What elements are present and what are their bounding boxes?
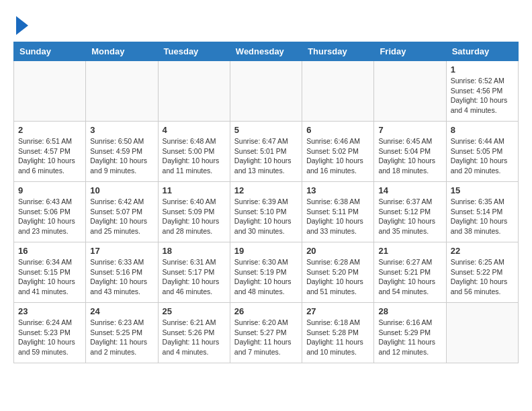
day-info: Sunrise: 6:23 AM Sunset: 5:25 PM Dayligh… [90, 318, 153, 357]
calendar-cell: 18Sunrise: 6:31 AM Sunset: 5:17 PM Dayli… [158, 242, 230, 303]
calendar-cell: 11Sunrise: 6:40 AM Sunset: 5:09 PM Dayli… [158, 182, 230, 242]
calendar-cell: 13Sunrise: 6:38 AM Sunset: 5:11 PM Dayli… [302, 182, 374, 242]
calendar-cell: 17Sunrise: 6:33 AM Sunset: 5:16 PM Dayli… [86, 242, 158, 303]
day-number: 7 [378, 125, 441, 135]
day-info: Sunrise: 6:31 AM Sunset: 5:17 PM Dayligh… [163, 257, 226, 297]
day-info: Sunrise: 6:40 AM Sunset: 5:09 PM Dayligh… [163, 197, 226, 236]
day-info: Sunrise: 6:37 AM Sunset: 5:12 PM Dayligh… [378, 197, 441, 236]
day-info: Sunrise: 6:48 AM Sunset: 5:00 PM Dayligh… [163, 136, 226, 176]
calendar-cell [14, 61, 86, 122]
day-info: Sunrise: 6:45 AM Sunset: 5:04 PM Dayligh… [378, 136, 441, 176]
day-info: Sunrise: 6:51 AM Sunset: 4:57 PM Dayligh… [18, 136, 81, 176]
day-number: 24 [90, 306, 153, 316]
calendar-cell [374, 61, 446, 122]
weekday-header: Saturday [446, 42, 518, 61]
day-number: 8 [451, 125, 514, 135]
day-info: Sunrise: 6:47 AM Sunset: 5:01 PM Dayligh… [234, 136, 298, 176]
calendar-cell: 26Sunrise: 6:20 AM Sunset: 5:27 PM Dayli… [230, 303, 302, 363]
calendar-week-row: 16Sunrise: 6:34 AM Sunset: 5:15 PM Dayli… [14, 242, 519, 303]
day-number: 16 [18, 246, 81, 256]
day-number: 1 [451, 64, 514, 75]
day-info: Sunrise: 6:25 AM Sunset: 5:22 PM Dayligh… [451, 257, 514, 297]
day-info: Sunrise: 6:39 AM Sunset: 5:10 PM Dayligh… [234, 197, 298, 236]
day-number: 4 [163, 125, 226, 135]
day-number: 25 [163, 306, 226, 316]
calendar-week-row: 23Sunrise: 6:24 AM Sunset: 5:23 PM Dayli… [14, 303, 519, 363]
day-info: Sunrise: 6:27 AM Sunset: 5:21 PM Dayligh… [378, 257, 441, 297]
day-number: 23 [18, 306, 81, 316]
day-number: 22 [451, 246, 514, 256]
calendar-cell: 7Sunrise: 6:45 AM Sunset: 5:04 PM Daylig… [374, 122, 446, 182]
weekday-header: Thursday [302, 42, 374, 61]
calendar-cell [158, 61, 230, 122]
calendar-cell: 16Sunrise: 6:34 AM Sunset: 5:15 PM Dayli… [14, 242, 86, 303]
day-number: 17 [90, 246, 153, 256]
weekday-header: Wednesday [230, 42, 302, 61]
logo-arrow-icon [16, 16, 28, 35]
weekday-header: Tuesday [158, 42, 230, 61]
day-number: 6 [306, 125, 369, 135]
day-info: Sunrise: 6:21 AM Sunset: 5:26 PM Dayligh… [163, 318, 226, 357]
day-number: 14 [378, 185, 441, 195]
day-info: Sunrise: 6:50 AM Sunset: 4:59 PM Dayligh… [90, 136, 153, 176]
day-info: Sunrise: 6:18 AM Sunset: 5:28 PM Dayligh… [306, 318, 369, 357]
calendar-week-row: 1Sunrise: 6:52 AM Sunset: 4:56 PM Daylig… [14, 61, 519, 122]
day-info: Sunrise: 6:43 AM Sunset: 5:06 PM Dayligh… [18, 197, 81, 236]
day-info: Sunrise: 6:33 AM Sunset: 5:16 PM Dayligh… [90, 257, 153, 297]
calendar-cell: 3Sunrise: 6:50 AM Sunset: 4:59 PM Daylig… [86, 122, 158, 182]
calendar-cell: 6Sunrise: 6:46 AM Sunset: 5:02 PM Daylig… [302, 122, 374, 182]
logo [13, 13, 28, 35]
calendar-cell: 9Sunrise: 6:43 AM Sunset: 5:06 PM Daylig… [14, 182, 86, 242]
calendar-cell: 23Sunrise: 6:24 AM Sunset: 5:23 PM Dayli… [14, 303, 86, 363]
day-number: 27 [306, 306, 369, 316]
day-info: Sunrise: 6:38 AM Sunset: 5:11 PM Dayligh… [306, 197, 369, 236]
day-info: Sunrise: 6:20 AM Sunset: 5:27 PM Dayligh… [234, 318, 298, 357]
day-number: 15 [451, 185, 514, 195]
day-info: Sunrise: 6:35 AM Sunset: 5:14 PM Dayligh… [451, 197, 514, 236]
calendar-cell: 5Sunrise: 6:47 AM Sunset: 5:01 PM Daylig… [230, 122, 302, 182]
calendar-cell: 21Sunrise: 6:27 AM Sunset: 5:21 PM Dayli… [374, 242, 446, 303]
calendar-cell [446, 303, 518, 363]
calendar-cell: 12Sunrise: 6:39 AM Sunset: 5:10 PM Dayli… [230, 182, 302, 242]
calendar-cell: 20Sunrise: 6:28 AM Sunset: 5:20 PM Dayli… [302, 242, 374, 303]
day-info: Sunrise: 6:46 AM Sunset: 5:02 PM Dayligh… [306, 136, 369, 176]
calendar-cell: 1Sunrise: 6:52 AM Sunset: 4:56 PM Daylig… [446, 61, 518, 122]
day-info: Sunrise: 6:34 AM Sunset: 5:15 PM Dayligh… [18, 257, 81, 297]
day-info: Sunrise: 6:16 AM Sunset: 5:29 PM Dayligh… [378, 318, 441, 357]
day-info: Sunrise: 6:30 AM Sunset: 5:19 PM Dayligh… [234, 257, 298, 297]
day-info: Sunrise: 6:44 AM Sunset: 5:05 PM Dayligh… [451, 136, 514, 176]
calendar-cell: 28Sunrise: 6:16 AM Sunset: 5:29 PM Dayli… [374, 303, 446, 363]
calendar-header-row: SundayMondayTuesdayWednesdayThursdayFrid… [14, 42, 519, 61]
day-info: Sunrise: 6:28 AM Sunset: 5:20 PM Dayligh… [306, 257, 369, 297]
calendar-week-row: 9Sunrise: 6:43 AM Sunset: 5:06 PM Daylig… [14, 182, 519, 242]
calendar-cell: 22Sunrise: 6:25 AM Sunset: 5:22 PM Dayli… [446, 242, 518, 303]
calendar-week-row: 2Sunrise: 6:51 AM Sunset: 4:57 PM Daylig… [14, 122, 519, 182]
calendar-table: SundayMondayTuesdayWednesdayThursdayFrid… [13, 42, 519, 363]
day-number: 19 [234, 246, 298, 256]
calendar-cell [302, 61, 374, 122]
calendar-cell: 14Sunrise: 6:37 AM Sunset: 5:12 PM Dayli… [374, 182, 446, 242]
day-number: 10 [90, 185, 153, 195]
day-number: 2 [18, 125, 81, 135]
calendar-cell [230, 61, 302, 122]
day-number: 11 [163, 185, 226, 195]
calendar-cell: 4Sunrise: 6:48 AM Sunset: 5:00 PM Daylig… [158, 122, 230, 182]
day-number: 13 [306, 185, 369, 195]
calendar-cell [86, 61, 158, 122]
day-number: 20 [306, 246, 369, 256]
day-info: Sunrise: 6:52 AM Sunset: 4:56 PM Dayligh… [451, 76, 514, 116]
day-number: 12 [234, 185, 298, 195]
calendar-cell: 8Sunrise: 6:44 AM Sunset: 5:05 PM Daylig… [446, 122, 518, 182]
calendar-cell: 19Sunrise: 6:30 AM Sunset: 5:19 PM Dayli… [230, 242, 302, 303]
calendar-cell: 25Sunrise: 6:21 AM Sunset: 5:26 PM Dayli… [158, 303, 230, 363]
calendar-cell: 2Sunrise: 6:51 AM Sunset: 4:57 PM Daylig… [14, 122, 86, 182]
weekday-header: Monday [86, 42, 158, 61]
page-header [13, 13, 519, 35]
calendar-cell: 10Sunrise: 6:42 AM Sunset: 5:07 PM Dayli… [86, 182, 158, 242]
day-number: 9 [18, 185, 81, 195]
day-number: 3 [90, 125, 153, 135]
calendar-body: 1Sunrise: 6:52 AM Sunset: 4:56 PM Daylig… [14, 61, 519, 363]
day-info: Sunrise: 6:24 AM Sunset: 5:23 PM Dayligh… [18, 318, 81, 357]
weekday-header: Sunday [14, 42, 86, 61]
calendar-cell: 27Sunrise: 6:18 AM Sunset: 5:28 PM Dayli… [302, 303, 374, 363]
